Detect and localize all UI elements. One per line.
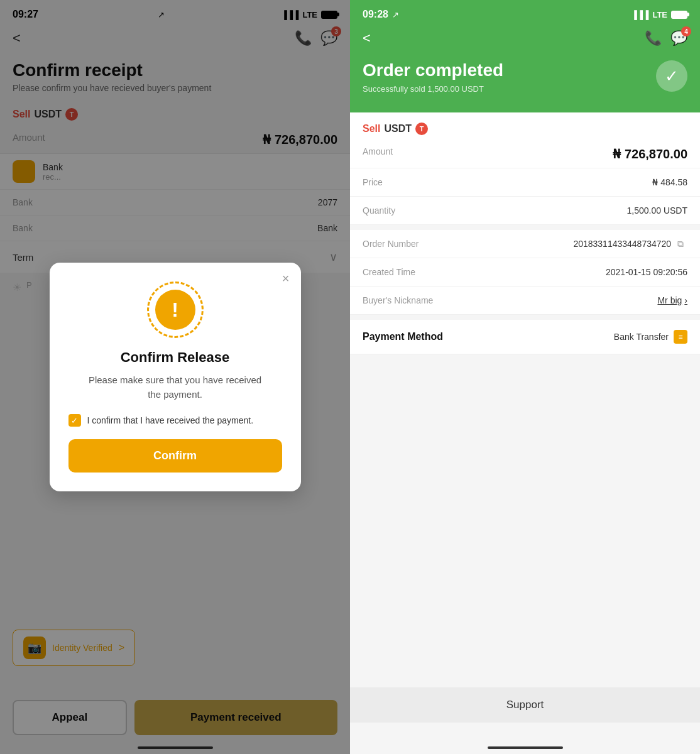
right-buyer-label: Buyer's Nickname — [363, 295, 433, 305]
right-nav-icons: 📞 💬 4 — [645, 30, 687, 46]
right-created-time-value: 2021-01-15 09:20:56 — [606, 267, 687, 277]
order-completed-section: Order completed Successfully sold 1,500.… — [350, 54, 700, 112]
right-sell-badge: Sell USDT T — [350, 112, 700, 140]
modal-checkbox[interactable]: ✓ — [68, 414, 81, 427]
right-created-time-row: Created Time 2021-01-15 09:20:56 — [350, 258, 700, 287]
right-separator — [350, 225, 700, 230]
right-home-indicator — [488, 746, 563, 749]
right-amount-row: Amount ₦ 726,870.00 — [350, 140, 700, 168]
modal-close-button[interactable]: × — [282, 271, 290, 286]
right-price-value: ₦ 484.58 — [652, 177, 687, 187]
buyer-chevron-icon: › — [684, 295, 687, 305]
right-back-button[interactable]: < — [363, 30, 371, 46]
right-sell-label: Sell — [363, 123, 380, 134]
right-phone-icon-wrap: 📞 — [645, 30, 662, 46]
right-signal-icon: ▐▐▐ — [632, 10, 649, 19]
right-nav-bar: < 📞 💬 4 — [350, 25, 700, 54]
right-chat-icon-wrap[interactable]: 💬 4 — [670, 30, 687, 46]
right-quantity-row: Quantity 1,500.00 USDT — [350, 197, 700, 225]
right-payment-method-value: Bank Transfer ≡ — [614, 330, 687, 344]
right-bank-transfer-label: Bank Transfer — [614, 332, 669, 342]
modal-icon-outer-circle: ! — [147, 281, 204, 338]
right-price-row: Price ₦ 484.58 — [350, 168, 700, 197]
modal-checkbox-row[interactable]: ✓ I confirm that I have received the pay… — [68, 414, 282, 427]
right-amount-label: Amount — [363, 146, 393, 161]
right-payment-method-label: Payment Method — [363, 331, 443, 342]
modal-exclamation-icon: ! — [155, 290, 195, 330]
support-button-wrap: Support — [350, 687, 700, 723]
right-quantity-value: 1,500.00 USDT — [627, 205, 688, 216]
right-time: 09:28 — [363, 9, 388, 20]
order-completed-info: Order completed Successfully sold 1,500.… — [363, 60, 656, 94]
confirm-release-modal: × ! Confirm Release Please make sure tha… — [50, 263, 301, 491]
modal-overlay: × ! Confirm Release Please make sure tha… — [0, 0, 350, 754]
right-order-number-value: 20183311433448734720 — [573, 239, 687, 249]
order-check-mark: ✓ — [665, 67, 679, 86]
right-amount-value: ₦ 726,870.00 — [613, 146, 687, 161]
right-buyer-row: Buyer's Nickname Mr big › — [350, 287, 700, 315]
right-battery-icon — [671, 11, 687, 19]
modal-check-icon: ✓ — [71, 416, 78, 425]
right-order-number-label: Order Number — [363, 239, 418, 249]
modal-title: Confirm Release — [68, 349, 282, 366]
modal-description: Please make sure that you have receivedt… — [68, 373, 282, 402]
right-tron-icon: T — [415, 123, 428, 135]
right-price-label: Price — [363, 177, 383, 187]
right-main-content: Sell USDT T Amount ₦ 726,870.00 Price ₦ … — [350, 112, 700, 480]
right-order-number-row: Order Number 20183311433448734720 — [350, 230, 700, 258]
bank-transfer-icon: ≡ — [674, 330, 687, 344]
modal-confirm-button[interactable]: Confirm — [68, 439, 282, 473]
right-location-icon: ↗ — [392, 10, 399, 19]
right-usdt-label: USDT — [384, 123, 412, 134]
right-chat-badge: 4 — [681, 26, 691, 36]
right-quantity-label: Quantity — [363, 205, 395, 216]
right-status-icons: ▐▐▐ LTE — [632, 10, 687, 19]
right-payment-method-row: Payment Method Bank Transfer ≡ — [350, 315, 700, 354]
right-lte-label: LTE — [652, 10, 667, 19]
right-buyer-link[interactable]: Mr big › — [657, 295, 687, 305]
order-completed-subtitle: Successfully sold 1,500.00 USDT — [363, 84, 656, 94]
modal-checkbox-label: I confirm that I have received the payme… — [87, 415, 254, 425]
right-gray-area — [350, 354, 700, 480]
right-phone-icon[interactable]: 📞 — [645, 30, 662, 46]
left-panel: 09:27 ↗ ▐▐▐ LTE < 📞 💬 3 Confirm rece — [0, 0, 350, 754]
order-completed-title: Order completed — [363, 60, 656, 80]
right-status-bar: 09:28 ↗ ▐▐▐ LTE — [350, 0, 700, 25]
right-created-time-label: Created Time — [363, 267, 415, 277]
modal-icon-section: ! — [68, 281, 282, 338]
order-check-circle: ✓ — [656, 60, 687, 92]
support-button[interactable]: Support — [350, 687, 700, 723]
copy-icon[interactable] — [677, 239, 687, 249]
right-panel: 09:28 ↗ ▐▐▐ LTE < 📞 💬 4 Order completed … — [350, 0, 700, 754]
